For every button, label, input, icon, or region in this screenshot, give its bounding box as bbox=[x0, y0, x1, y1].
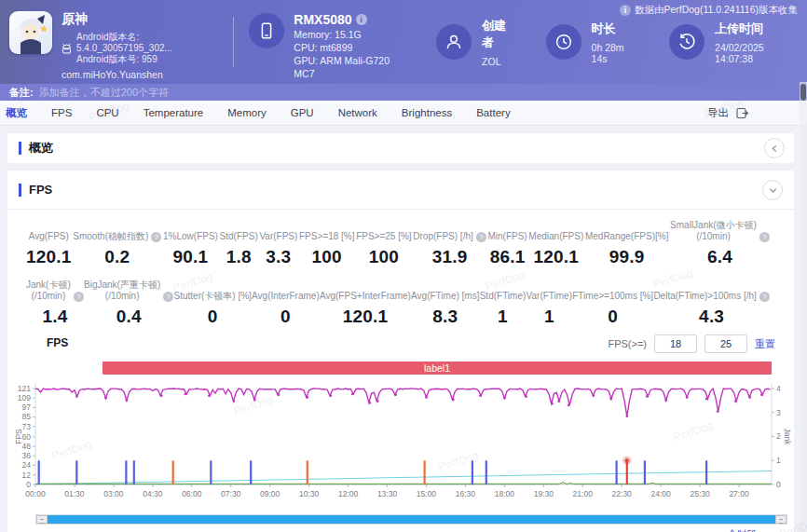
device-cpu: CPU: mt6899 bbox=[294, 41, 404, 54]
metric-min-fps: Min(FPS)86.1 bbox=[487, 220, 527, 267]
svg-text:4: 4 bbox=[776, 384, 781, 393]
device-info-icon[interactable]: i bbox=[356, 14, 367, 25]
tab-overview[interactable]: 概览 bbox=[6, 106, 39, 120]
export-button[interactable]: 导出 bbox=[707, 106, 749, 120]
svg-text:16:30: 16:30 bbox=[456, 489, 476, 498]
overview-section-title: 概览 bbox=[19, 142, 53, 155]
app-info: 原神 Android版本名: 5.4.0_30057195_302... And… bbox=[9, 0, 226, 84]
tab-network[interactable]: Network bbox=[326, 107, 390, 118]
overview-collapse-button[interactable] bbox=[764, 138, 785, 158]
tab-brightness[interactable]: Brightness bbox=[390, 107, 464, 118]
page-scrollbar-thumb[interactable] bbox=[800, 84, 806, 101]
help-icon[interactable]: ? bbox=[74, 292, 84, 302]
tab-battery[interactable]: Battery bbox=[464, 107, 522, 118]
svg-text:27:00: 27:00 bbox=[729, 489, 749, 498]
metric-avg-ftime: Avg(FTime) [ms]8.3 bbox=[411, 280, 479, 327]
metric-medrange-fps: MedRange(FPS)[%]99.9 bbox=[585, 220, 668, 267]
tab-cpu[interactable]: CPU bbox=[84, 107, 130, 118]
scrollbar-left-handle[interactable] bbox=[36, 515, 48, 524]
svg-text:13:30: 13:30 bbox=[377, 489, 398, 498]
upload-time-value: 24/02/2025 14:07:38 bbox=[715, 42, 798, 64]
main-content: 概览 FPS Avg(FPS)120.1 Smooth(稳帧指数)?0.2 1%… bbox=[0, 126, 807, 532]
svg-text:3: 3 bbox=[776, 408, 781, 417]
creator-label: 创建者 bbox=[482, 18, 513, 51]
metric-drop-fps: Drop(FPS) [/h]?31.9 bbox=[413, 220, 486, 267]
header-divider bbox=[233, 17, 234, 67]
tab-fps[interactable]: FPS bbox=[39, 107, 84, 118]
metric-median-fps: Median(FPS)120.1 bbox=[528, 220, 583, 267]
section-divider bbox=[7, 209, 794, 210]
metric-jank: Jank(卡顿) (/10min)?1.4 bbox=[26, 280, 84, 327]
fps-metrics-row-1: Avg(FPS)120.1 Smooth(稳帧指数)?0.2 1%Low(FPS… bbox=[19, 220, 783, 267]
history-clock-icon bbox=[669, 24, 704, 60]
chart-legend: FPSSmooth1%Low(FPS)SmallJankJankBigJankS… bbox=[19, 528, 783, 532]
fps-chart-title: FPS bbox=[47, 336, 68, 349]
svg-text:85: 85 bbox=[22, 412, 32, 421]
metric-fps-ge-18: FPS>=18 [%]100 bbox=[299, 220, 354, 267]
upload-time-block: 上传时间 24/02/2025 14:07:38 bbox=[669, 20, 798, 64]
fps-collapse-button[interactable] bbox=[762, 180, 783, 200]
android-version-name: Android版本名: 5.4.0_30057195_302... bbox=[76, 32, 226, 54]
svg-text:0: 0 bbox=[776, 480, 781, 489]
svg-text:04:30: 04:30 bbox=[143, 489, 163, 498]
chart-range-scrollbar[interactable] bbox=[35, 514, 787, 525]
svg-text:12: 12 bbox=[22, 471, 32, 480]
svg-text:2: 2 bbox=[776, 431, 781, 441]
svg-text:10:30: 10:30 bbox=[299, 489, 320, 498]
svg-text:109: 109 bbox=[18, 393, 31, 402]
alltime-link[interactable]: 全时段 bbox=[728, 528, 758, 532]
svg-text:22:30: 22:30 bbox=[612, 489, 633, 498]
svg-text:24: 24 bbox=[22, 460, 32, 470]
metric-1pct-low: 1%Low(FPS)90.1 bbox=[163, 220, 218, 267]
page-scrollbar[interactable] bbox=[800, 82, 807, 532]
duration-value: 0h 28m 14s bbox=[592, 42, 638, 64]
metric-smooth: Smooth(稳帧指数)?0.2 bbox=[73, 220, 161, 267]
android-icon bbox=[62, 43, 72, 54]
svg-text:24:00: 24:00 bbox=[651, 489, 672, 498]
scrollbar-track[interactable] bbox=[48, 515, 775, 524]
fps-section-title: FPS bbox=[19, 184, 52, 197]
person-icon bbox=[436, 24, 472, 60]
svg-text:03:00: 03:00 bbox=[103, 489, 124, 498]
help-icon[interactable]: ? bbox=[759, 232, 770, 242]
help-icon[interactable]: ? bbox=[759, 292, 770, 302]
device-memory: Memory: 15.1G bbox=[294, 28, 404, 41]
help-icon[interactable]: ? bbox=[476, 232, 486, 242]
metric-std-fps: Std(FPS)1.8 bbox=[220, 220, 258, 267]
clock-icon bbox=[546, 24, 581, 60]
metric-var-ftime: Var(FTime)1 bbox=[527, 280, 572, 327]
svg-text:15:00: 15:00 bbox=[417, 489, 437, 498]
creator-block: 创建者 ZOL bbox=[436, 18, 513, 67]
fps-threshold-input-1[interactable] bbox=[654, 334, 697, 353]
svg-text:1: 1 bbox=[776, 456, 781, 465]
help-icon[interactable]: ? bbox=[163, 292, 173, 302]
svg-text:21:00: 21:00 bbox=[573, 489, 594, 498]
metric-bigjank: BigJank(严重卡顿) (/10min)?0.4 bbox=[84, 280, 173, 327]
metric-std-ftime: Std(FTime)1 bbox=[480, 280, 527, 327]
fps-chart-header: FPS FPS(>=) 重置 bbox=[19, 336, 783, 355]
reset-button[interactable]: 重置 bbox=[755, 337, 775, 351]
metric-stutter: Stutter(卡顿率) [%]0 bbox=[174, 280, 252, 327]
fps-threshold-input-2[interactable] bbox=[704, 334, 747, 353]
help-icon[interactable]: ? bbox=[151, 232, 161, 242]
metric-delta-ftime: Delta(FTime)>100ms [/h]?4.3 bbox=[653, 280, 770, 327]
fps-trend-chart[interactable]: 012243648607385971091210123400:0001:3003… bbox=[15, 376, 792, 512]
fps-threshold-label: FPS(>=) bbox=[608, 338, 647, 349]
metric-avg-interframe: Avg(InterFrame)0 bbox=[252, 280, 320, 327]
chart-label1-bar[interactable]: label1 bbox=[103, 361, 772, 375]
app-package: com.miHoYo.Yuanshen bbox=[62, 69, 226, 81]
metric-var-fps: Var(FPS)3.3 bbox=[259, 220, 297, 267]
scrollbar-right-handle[interactable] bbox=[775, 515, 786, 524]
svg-text:25:30: 25:30 bbox=[690, 489, 710, 498]
svg-text:06:00: 06:00 bbox=[182, 489, 202, 498]
fps-section-card: FPS Avg(FPS)120.1 Smooth(稳帧指数)?0.2 1%Low… bbox=[7, 171, 794, 532]
metric-avg-fps-interframe: Avg(FPS+InterFrame)120.1 bbox=[320, 280, 411, 327]
tab-temperature[interactable]: Temperature bbox=[131, 107, 216, 118]
tab-memory[interactable]: Memory bbox=[215, 107, 279, 118]
metric-ftime-ge-100ms: FTime>=100ms [%]0 bbox=[572, 280, 653, 327]
overview-section-card: 概览 bbox=[7, 133, 794, 163]
phone-icon bbox=[249, 13, 284, 48]
tab-gpu[interactable]: GPU bbox=[279, 107, 326, 118]
svg-text:19:30: 19:30 bbox=[534, 489, 554, 498]
note-input-bar[interactable]: 备注: 添加备注，不超过200个字符 bbox=[0, 84, 807, 101]
